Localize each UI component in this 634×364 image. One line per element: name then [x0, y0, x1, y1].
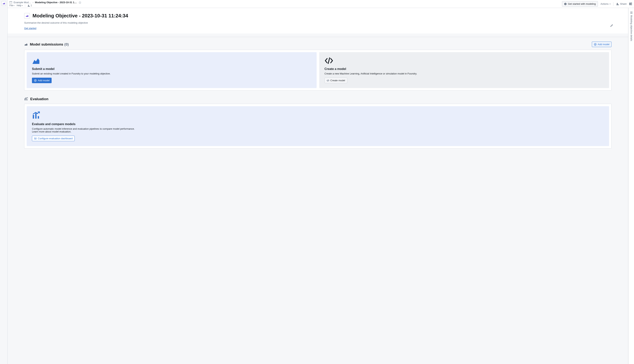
- model-submissions-title: Model submissions: [30, 42, 63, 46]
- get-started-link[interactable]: Get started: [24, 27, 36, 30]
- evaluation-card-desc: Configure automatic model inference and …: [32, 128, 604, 133]
- svg-rect-7: [631, 4, 632, 4]
- users-count[interactable]: 1: [28, 4, 32, 7]
- divider: [25, 4, 25, 6]
- sliders-icon: [34, 137, 37, 140]
- evaluation-card: Evaluate and compare models Configure au…: [27, 106, 609, 146]
- right-rail[interactable]: Modeling objective details: [628, 8, 634, 364]
- svg-rect-6: [631, 3, 632, 4]
- share-button[interactable]: Share: [616, 2, 627, 5]
- add-model-button-label: Add model: [38, 79, 50, 82]
- plus-circle-icon: [594, 43, 596, 46]
- breadcrumb-title[interactable]: Modeling Objective - 2023-10-31 1…: [35, 1, 77, 4]
- caret-down-icon: ▾: [610, 3, 610, 5]
- get-started-modeling-label: Get started with modeling: [568, 2, 596, 5]
- page-subtitle: Summarize the desired outcome of this mo…: [24, 21, 612, 24]
- objective-header: Modeling Objective - 2023-10-31 11:24:34…: [8, 8, 628, 34]
- people-icon: [28, 4, 30, 6]
- trending-chart-icon: [32, 112, 604, 119]
- create-model-button[interactable]: Create model: [324, 78, 347, 83]
- configure-evaluation-button[interactable]: Configure evaluation dashboard: [32, 136, 75, 141]
- page-title: Modeling Objective - 2023-10-31 11:24:34: [32, 13, 128, 19]
- submit-model-title: Submit a model: [32, 67, 311, 71]
- right-rail-label: Modeling objective details: [630, 15, 633, 41]
- evaluation-title: Evaluation: [30, 97, 48, 101]
- svg-point-16: [35, 139, 36, 139]
- left-rail: [0, 0, 8, 364]
- configure-evaluation-label: Configure evaluation dashboard: [38, 137, 72, 140]
- model-submissions-count: (0): [64, 42, 68, 46]
- evaluation-section: Evaluation Evaluate and compare models C…: [8, 92, 628, 150]
- plus-circle-icon: [34, 79, 37, 82]
- panel-toggle-icon[interactable]: [629, 2, 632, 5]
- help-icon: ?: [564, 3, 567, 5]
- add-model-button[interactable]: Add model: [32, 78, 52, 83]
- svg-point-17: [36, 138, 36, 138]
- submit-model-desc: Submit an existing model created in Foun…: [32, 72, 311, 75]
- caret-down-icon: ▾: [14, 5, 14, 6]
- create-model-card: Create a model Create a new Machine Lear…: [319, 52, 609, 88]
- trending-chart-icon: [24, 97, 28, 101]
- divider: [613, 2, 614, 6]
- actions-menu[interactable]: Actions ▾: [600, 2, 611, 5]
- chart-area-icon: [32, 58, 311, 64]
- svg-text:?: ?: [565, 3, 566, 5]
- folder-icon: [10, 1, 12, 4]
- create-model-desc: Create a new Machine Learning, Artificia…: [324, 72, 604, 75]
- help-menu-label: Help: [17, 4, 21, 7]
- menu-bar: File▾ Help▾ 1: [10, 4, 562, 7]
- file-menu-label: File: [10, 4, 13, 7]
- actions-menu-label: Actions: [600, 2, 609, 5]
- svg-marker-2: [79, 1, 81, 4]
- app-icon[interactable]: [2, 1, 6, 6]
- people-icon: [616, 3, 619, 5]
- topbar: Example Mod… › Modeling Objective - 2023…: [8, 0, 634, 8]
- caret-down-icon: ▾: [22, 5, 23, 6]
- svg-rect-0: [10, 1, 12, 4]
- breadcrumb: Example Mod… › Modeling Objective - 2023…: [10, 1, 562, 4]
- share-label: Share: [620, 2, 627, 5]
- edit-icon[interactable]: [610, 24, 613, 27]
- chevron-right-icon: ›: [32, 1, 33, 4]
- objective-icon: [24, 13, 30, 19]
- learn-more-link[interactable]: Learn more about model evaluation.: [32, 130, 71, 133]
- evaluation-card-title: Evaluate and compare models: [32, 122, 604, 126]
- create-model-button-label: Create model: [330, 79, 345, 82]
- breadcrumb-folder[interactable]: Example Mod…: [14, 1, 31, 4]
- svg-rect-8: [631, 4, 632, 5]
- list-icon: [630, 11, 633, 14]
- add-model-label: Add model: [598, 43, 610, 46]
- svg-rect-5: [630, 3, 630, 5]
- chart-area-icon: [24, 43, 28, 46]
- help-menu[interactable]: Help▾: [17, 4, 23, 7]
- create-model-title: Create a model: [324, 67, 604, 71]
- users-count-value: 1: [30, 4, 32, 7]
- submit-model-card: Submit a model Submit an existing model …: [27, 52, 316, 88]
- star-icon[interactable]: [79, 1, 81, 4]
- svg-point-15: [34, 138, 35, 138]
- chart-area-icon: [26, 14, 28, 18]
- model-submissions-section: Model submissions (0) Add model: [8, 37, 628, 92]
- code-icon: [324, 58, 604, 64]
- evaluation-card-desc-text: Configure automatic model inference and …: [32, 128, 134, 130]
- chart-area-icon: [2, 2, 5, 5]
- get-started-modeling-button[interactable]: ? Get started with modeling: [562, 1, 598, 6]
- add-model-button-top[interactable]: Add model: [592, 42, 612, 47]
- code-icon: [327, 80, 329, 82]
- file-menu[interactable]: File▾: [10, 4, 14, 7]
